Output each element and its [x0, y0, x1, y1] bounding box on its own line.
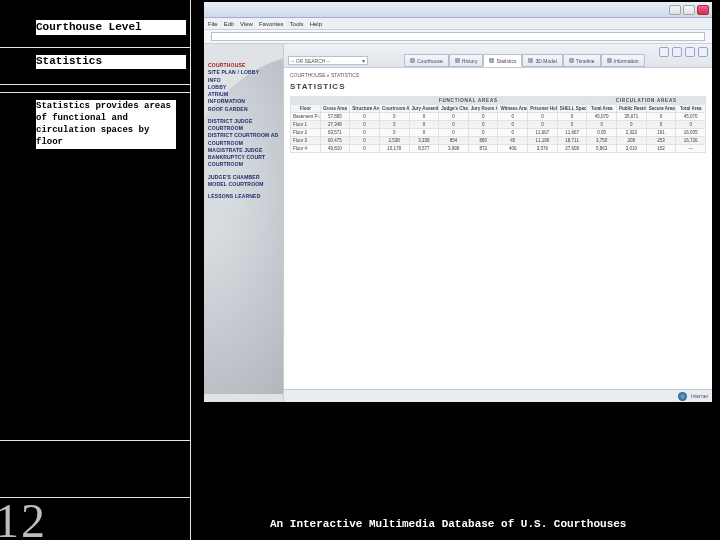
table-cell: 0: [350, 129, 380, 137]
table-cell: 0: [350, 145, 380, 153]
table-cell: 854: [439, 137, 469, 145]
tab-statistics[interactable]: Statistics: [483, 54, 522, 67]
tab-icon: [607, 58, 612, 63]
table-cell: 5,863: [587, 145, 617, 153]
table-cell: 191: [646, 129, 676, 137]
divider: [0, 84, 190, 85]
tab-3d-model[interactable]: 3D Model: [522, 54, 562, 67]
table-cell: 0: [409, 129, 439, 137]
table-cell: 0: [439, 129, 469, 137]
menu-edit[interactable]: Edit: [224, 21, 234, 27]
table-cell: 0: [676, 121, 706, 129]
table-cell: 2,538: [379, 137, 409, 145]
table-cell: 0: [468, 113, 498, 121]
nav-item[interactable]: SITE PLAN / LOBBY: [208, 69, 281, 76]
table-header: SHELL Space Area: [557, 105, 587, 113]
table-cell: 0: [468, 129, 498, 137]
menu-view[interactable]: View: [240, 21, 253, 27]
table-cell: 18,711: [557, 137, 587, 145]
table-header: Jury Room Area: [468, 105, 498, 113]
table-cell: 8,577: [409, 145, 439, 153]
table-cell: 0: [350, 137, 380, 145]
menu-help[interactable]: Help: [310, 21, 322, 27]
table-cell: 0: [379, 113, 409, 121]
nav-item[interactable]: COURTROOM: [208, 140, 281, 147]
tab-timeline[interactable]: Timeline: [563, 54, 601, 67]
table-cell: 0: [409, 113, 439, 121]
table-cell: 0: [350, 113, 380, 121]
table-cell: 872: [468, 145, 498, 153]
table-cell: 0: [409, 121, 439, 129]
table-cell: Basement P-1: [291, 113, 321, 121]
table-cell: 3,750: [587, 137, 617, 145]
nav-item[interactable]: LOBBY: [208, 84, 281, 91]
divider: [0, 47, 190, 48]
nav-item[interactable]: DISTRICT JUDGE COURTROOM: [208, 118, 281, 133]
close-button[interactable]: [697, 5, 709, 15]
nav-item[interactable]: MODEL COURTROOM: [208, 181, 281, 188]
table-cell: Floor 3: [291, 137, 321, 145]
table-cell: 152: [646, 145, 676, 153]
table-row: Floor 360,47502,5383,3388548804511,19018…: [291, 137, 706, 145]
nav-item[interactable]: MAGISTRATE JUDGE: [208, 147, 281, 154]
table-cell: 0: [498, 113, 528, 121]
table-header: Jury Assembly Area: [409, 105, 439, 113]
table-group-header: [291, 97, 350, 105]
table-cell: 16,726: [676, 137, 706, 145]
table-cell: 0: [468, 121, 498, 129]
menu-favorites[interactable]: Favorites: [259, 21, 284, 27]
statistics-table: FUNCTIONAL AREASCIRCULATION AREASFloorGr…: [290, 96, 706, 153]
table-cell: 253: [646, 137, 676, 145]
nav-item[interactable]: COURTHOUSE: [208, 62, 281, 69]
nav-item[interactable]: COURTROOM: [208, 161, 281, 168]
table-cell: 11,667: [528, 129, 558, 137]
table-cell: Floor 1: [291, 121, 321, 129]
nav-item[interactable]: LESSONS LEARNED: [208, 193, 281, 200]
slide-subtitle: Statistics: [36, 55, 186, 70]
nav-item[interactable]: BANKRUPTCY COURT: [208, 154, 281, 161]
search-dropdown[interactable]: -- OR SEARCH --: [288, 56, 368, 65]
menu-tools[interactable]: Tools: [290, 21, 304, 27]
tab-label: Statistics: [496, 58, 516, 64]
tab-history[interactable]: History: [449, 54, 484, 67]
slide-description: Statistics provides areas of functional …: [36, 100, 176, 149]
maximize-button[interactable]: [683, 5, 695, 15]
table-cell: 0: [528, 113, 558, 121]
tab-icon: [455, 58, 460, 63]
table-header: Judge's Chambers Area: [439, 105, 469, 113]
page-title: STATISTICS: [290, 82, 345, 91]
table-cell: Floor 2: [291, 129, 321, 137]
table-cell: 2,010: [617, 145, 647, 153]
window-titlebar: [204, 2, 712, 18]
table-cell: 3,338: [409, 137, 439, 145]
table-row: Basement P-157,8950000000045,07035,67104…: [291, 113, 706, 121]
table-cell: 0: [646, 113, 676, 121]
left-nav-pane: COURTHOUSESITE PLAN / LOBBYINFOLOBBYATRI…: [204, 44, 284, 402]
divider: [0, 92, 190, 93]
tab-courthouse[interactable]: Courthouse: [404, 54, 449, 67]
browser-menubar: File Edit View Favorites Tools Help: [204, 18, 712, 30]
menu-file[interactable]: File: [208, 21, 218, 27]
table-row: Floor 263,57100000011,66711,6670.052,322…: [291, 129, 706, 137]
nav-item[interactable]: JUDGE'S CHAMBER: [208, 174, 281, 181]
table-header: Secure Area: [646, 105, 676, 113]
minimize-button[interactable]: [669, 5, 681, 15]
table-cell: 0: [528, 121, 558, 129]
table-header: Courtroom Area: [379, 105, 409, 113]
address-bar[interactable]: [211, 32, 705, 41]
nav-item[interactable]: INFORMATION: [208, 98, 281, 105]
table-cell: 60,475: [320, 137, 350, 145]
table-group-header: FUNCTIONAL AREAS: [350, 97, 587, 105]
table-cell: 3,576: [528, 145, 558, 153]
nav-item[interactable]: ATRIUM: [208, 91, 281, 98]
table-header: Prisoner Holding Space: [528, 105, 558, 113]
nav-item[interactable]: INFO: [208, 77, 281, 84]
nav-item[interactable]: DISTRICT COURTROOM AD: [208, 132, 281, 139]
tab-label: Timeline: [576, 58, 595, 64]
table-cell: 0: [587, 121, 617, 129]
table-row: Floor 449,810010,1788,5773,9998724063,57…: [291, 145, 706, 153]
table-header: Structure Area (GSF): [350, 105, 380, 113]
table-cell: 0: [439, 121, 469, 129]
nav-item[interactable]: ROOF GARDEN: [208, 106, 281, 113]
tab-information[interactable]: Information: [601, 54, 645, 67]
